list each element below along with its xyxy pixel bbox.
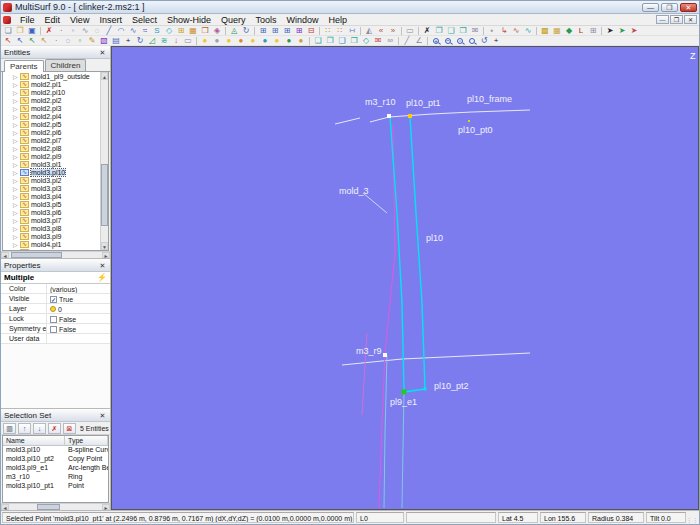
toolbar-paste-entity-icon[interactable]: ❑ bbox=[445, 26, 457, 36]
m3-r9-point[interactable] bbox=[383, 353, 387, 357]
toolbar-measure-icon[interactable]: ◭ bbox=[363, 26, 375, 36]
toolbar-rotate-view-icon[interactable]: ↺ bbox=[478, 36, 490, 46]
toolbar-group-selection-icon[interactable]: ❒ bbox=[348, 36, 360, 46]
toolbar-render-shade-icon[interactable]: ▩ bbox=[539, 26, 551, 36]
toolbar-tile-views-icon[interactable]: ∺ bbox=[346, 26, 358, 36]
maximize-button[interactable]: ❐ bbox=[661, 3, 678, 12]
toolbar-view-side-icon[interactable]: ⊞ bbox=[269, 26, 281, 36]
tree-item-mold3-pl2[interactable]: ▷∿mold3.pl2 bbox=[13, 176, 100, 184]
pl10-bottom-edge[interactable] bbox=[404, 389, 425, 392]
expander-icon[interactable]: ▷ bbox=[13, 177, 20, 184]
selection-row-mold3-pl10-pt1[interactable]: mold3.pl10_pt1Point bbox=[3, 482, 108, 491]
toolbar-offset-tool-icon[interactable]: ≋ bbox=[158, 36, 170, 46]
tree-item-mold2-pl4[interactable]: ▷∿mold2.pl4 bbox=[13, 112, 100, 120]
close-button[interactable]: ✕ bbox=[680, 3, 697, 12]
toolbar-hide-unselected-icon[interactable]: ● bbox=[235, 36, 247, 46]
menu-show-hide[interactable]: Show-Hide bbox=[162, 14, 216, 26]
toolbar-insert-surface-icon[interactable]: ◇ bbox=[163, 26, 175, 36]
expander-icon[interactable]: ▷ bbox=[13, 233, 20, 240]
toolbar-save-file-icon[interactable]: ▣ bbox=[26, 26, 38, 36]
expander-icon[interactable]: ▷ bbox=[13, 129, 20, 136]
toolbar-pan-view-icon[interactable]: + bbox=[490, 36, 502, 46]
tree-item-mold2-pl8[interactable]: ▷∿mold2.pl8 bbox=[13, 144, 100, 152]
property-value[interactable] bbox=[47, 334, 110, 343]
move-up-icon[interactable]: ↑ bbox=[18, 423, 31, 434]
toolbar-zoom-in-icon[interactable]: + bbox=[430, 36, 442, 46]
toolbar-label-tool-icon[interactable]: L bbox=[575, 26, 587, 36]
scroll-up-icon[interactable]: ▲ bbox=[101, 72, 108, 80]
tree-item-mold3-pl6[interactable]: ▷∿mold3.pl6 bbox=[13, 208, 100, 216]
toolbar-select-subtract-icon[interactable]: ➤ bbox=[628, 26, 640, 36]
tab-children[interactable]: Children bbox=[45, 59, 87, 71]
expander-icon[interactable]: ▷ bbox=[13, 73, 20, 80]
toolbar-insert-point-icon[interactable]: ∙ bbox=[55, 26, 67, 36]
toolbar-ruler-tool-icon[interactable]: ╱ bbox=[401, 36, 413, 46]
tree-item-mold4-pl1[interactable]: ▷∿mold4.pl1 bbox=[13, 240, 100, 248]
menu-query[interactable]: Query bbox=[216, 14, 251, 26]
toolbar-insert-ccurve-icon[interactable]: ≈ bbox=[139, 26, 151, 36]
toolbar-mass-properties-icon[interactable]: ◆ bbox=[563, 26, 575, 36]
pin-icon[interactable]: ⚡ bbox=[97, 274, 107, 282]
checkbox-icon[interactable] bbox=[50, 316, 57, 323]
toolbar-copy-entity-icon[interactable]: ❐ bbox=[433, 26, 445, 36]
menu-file[interactable]: File bbox=[15, 14, 40, 26]
toolbar-show-points-icon[interactable]: ● bbox=[259, 36, 271, 46]
toolbar-export-selection-icon[interactable]: ✉ bbox=[372, 36, 384, 46]
toolbar-render-mesh-icon[interactable]: ▦ bbox=[551, 26, 563, 36]
expander-icon[interactable]: ▷ bbox=[13, 89, 20, 96]
expander-icon[interactable]: ▷ bbox=[13, 225, 20, 232]
scroll-left-icon[interactable]: ◄ bbox=[1, 252, 9, 258]
toolbar-align-horizontal-icon[interactable]: ∷ bbox=[322, 26, 334, 36]
entities-close-icon[interactable]: ✕ bbox=[98, 48, 107, 57]
tree-item-mold4-pl10[interactable]: ▷∿mold4.pl10 bbox=[13, 248, 100, 250]
tree-item-mold3-pl9[interactable]: ▷∿mold3.pl9 bbox=[13, 232, 100, 240]
resize-grip[interactable]: ⋮⋮ bbox=[688, 512, 698, 523]
expander-icon[interactable]: ▷ bbox=[13, 185, 20, 192]
expander-icon[interactable]: ▷ bbox=[13, 249, 20, 251]
toolbar-angle-tool-icon[interactable]: ∠ bbox=[413, 36, 425, 46]
toolbar-spline-tool-icon[interactable]: ∿ bbox=[510, 26, 522, 36]
tree-item-mold2-pl5[interactable]: ▷∿mold2.pl5 bbox=[13, 120, 100, 128]
tree-item-mold3-pl3[interactable]: ▷∿mold3.pl3 bbox=[13, 184, 100, 192]
toolbar-fair-curve-icon[interactable]: ∿ bbox=[522, 26, 534, 36]
toolbar-pick-magnet-icon[interactable]: ▫ bbox=[74, 36, 86, 46]
property-value[interactable]: ✓True bbox=[47, 294, 110, 303]
toolbar-pick-solid-icon[interactable]: ↖ bbox=[38, 36, 50, 46]
toolbar-insert-contours-icon[interactable]: ◈ bbox=[211, 26, 223, 36]
selection-close-icon[interactable]: ✕ bbox=[98, 411, 107, 420]
toolbar-select-add-icon[interactable]: ➤ bbox=[616, 26, 628, 36]
expander-icon[interactable]: ▷ bbox=[13, 137, 20, 144]
selection-row-m3-r10[interactable]: m3_r10Ring bbox=[3, 473, 108, 482]
property-value[interactable]: False bbox=[47, 324, 110, 333]
expander-icon[interactable]: ▷ bbox=[13, 121, 20, 128]
entities-hscrollbar[interactable]: ◄ ► bbox=[1, 251, 110, 258]
toolbar-edit-layer-icon[interactable]: ▤ bbox=[110, 36, 122, 46]
property-value[interactable]: False bbox=[47, 314, 110, 323]
toolbar-edit-definition-icon[interactable]: ✎ bbox=[86, 36, 98, 46]
tree-item-mold2-pl6[interactable]: ▷∿mold2.pl6 bbox=[13, 128, 100, 136]
viewport-geometry[interactable]: m3_r10pl10_pt1pl10_framepl10_pt0mold_3pl… bbox=[112, 47, 699, 510]
toolbar-transform-entity-icon[interactable]: ↻ bbox=[240, 26, 252, 36]
toolbar-insert-ring-icon[interactable]: ◌ bbox=[91, 26, 103, 36]
toolbar-copy-selection-alt-icon[interactable]: ❐ bbox=[324, 36, 336, 46]
toolbar-scale-tool-icon[interactable]: ◿ bbox=[146, 36, 158, 46]
toolbar-pause-updates-icon[interactable]: ▪ bbox=[486, 26, 498, 36]
remove-icon[interactable]: ✗ bbox=[48, 423, 61, 434]
pl10-pt0-point[interactable] bbox=[468, 120, 470, 122]
property-value[interactable]: 0 bbox=[47, 304, 110, 313]
toolbar-zoom-out-icon[interactable]: − bbox=[442, 36, 454, 46]
toolbar-project-tool-icon[interactable]: ↓ bbox=[170, 36, 182, 46]
expander-icon[interactable]: ▷ bbox=[13, 241, 20, 248]
toolbar-pick-bead-icon[interactable]: ∙ bbox=[50, 36, 62, 46]
toolbar-frame-tool-icon[interactable]: ▭ bbox=[182, 36, 194, 46]
columns-icon[interactable]: ▥ bbox=[3, 423, 16, 434]
tree-item-mold3-pl1[interactable]: ▷∿mold3.pl1 bbox=[13, 160, 100, 168]
expander-icon[interactable]: ▷ bbox=[13, 113, 20, 120]
menu-window[interactable]: Window bbox=[281, 14, 323, 26]
toolbar-view-top-icon[interactable]: ⊞ bbox=[281, 26, 293, 36]
toolbar-show-selected-icon[interactable]: ● bbox=[223, 36, 235, 46]
menu-insert[interactable]: Insert bbox=[94, 14, 127, 26]
mold-3-leader[interactable] bbox=[363, 193, 387, 213]
toolbar-show-curves-icon[interactable]: ● bbox=[271, 36, 283, 46]
selection-hscrollbar[interactable]: ◄ ► bbox=[1, 503, 110, 510]
